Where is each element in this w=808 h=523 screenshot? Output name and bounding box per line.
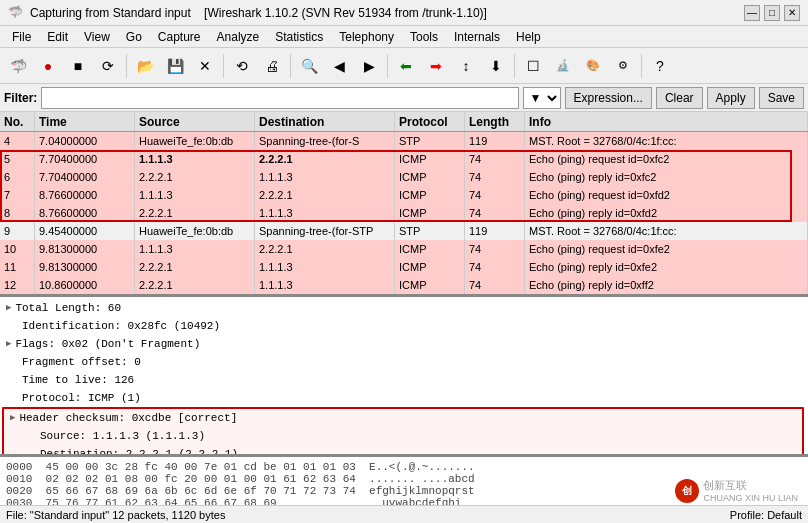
packet-list-header: No. Time Source Destination Protocol Len… bbox=[0, 112, 808, 132]
toolbar-sep2 bbox=[223, 54, 224, 78]
packet-list-body[interactable]: 4 7.04000000 HuaweiTe_fe:0b:db Spanning-… bbox=[0, 132, 808, 294]
window-title: Capturing from Standard input bbox=[30, 6, 191, 20]
detail-text: Identification: 0x28fc (10492) bbox=[22, 318, 220, 334]
watermark-text: 创新互联 CHUANG XIN HU LIAN bbox=[703, 478, 798, 503]
detail-row[interactable]: Time to live: 126 bbox=[0, 371, 808, 389]
toolbar-sep3 bbox=[290, 54, 291, 78]
watermark: 创 创新互联 CHUANG XIN HU LIAN bbox=[675, 478, 798, 503]
toolbar-reload-btn[interactable]: ⟲ bbox=[228, 52, 256, 80]
detail-text: Source: 1.1.1.3 (1.1.1.3) bbox=[40, 428, 205, 444]
detail-row[interactable]: Fragment offset: 0 bbox=[0, 353, 808, 371]
toolbar-color-rules-btn[interactable]: 🎨 bbox=[579, 52, 607, 80]
menu-view[interactable]: View bbox=[76, 26, 118, 47]
toolbar-open-btn[interactable]: 📂 bbox=[131, 52, 159, 80]
filter-dropdown[interactable]: ▼ bbox=[523, 87, 561, 109]
detail-highlight-box: ▶ Header checksum: 0xcdbe [correct] Sour… bbox=[2, 407, 804, 457]
menu-internals[interactable]: Internals bbox=[446, 26, 508, 47]
menu-telephony[interactable]: Telephony bbox=[331, 26, 402, 47]
col-source: Source bbox=[135, 112, 255, 131]
table-row[interactable]: 7 8.76600000 1.1.1.3 2.2.2.1 ICMP 74 Ech… bbox=[0, 186, 808, 204]
menu-capture[interactable]: Capture bbox=[150, 26, 209, 47]
col-time: Time bbox=[35, 112, 135, 131]
detail-text: Protocol: ICMP (1) bbox=[22, 390, 141, 406]
detail-row[interactable]: Destination: 2.2.2.1 (2.2.2.1) bbox=[4, 445, 802, 457]
toolbar-close-btn[interactable]: ✕ bbox=[191, 52, 219, 80]
col-destination: Destination bbox=[255, 112, 395, 131]
menu-help[interactable]: Help bbox=[508, 26, 549, 47]
toolbar-zoom-in-btn[interactable]: ↕ bbox=[452, 52, 480, 80]
toolbar-display-filter-btn[interactable]: 🔬 bbox=[549, 52, 577, 80]
detail-row[interactable]: ▶ Header checksum: 0xcdbe [correct] bbox=[4, 409, 802, 427]
minimize-button[interactable]: — bbox=[744, 5, 760, 21]
menu-statistics[interactable]: Statistics bbox=[267, 26, 331, 47]
menu-edit[interactable]: Edit bbox=[39, 26, 76, 47]
toolbar-sep5 bbox=[514, 54, 515, 78]
packet-detail[interactable]: ▶ Total Length: 60 Identification: 0x28f… bbox=[0, 297, 808, 457]
col-info: Info bbox=[525, 112, 808, 131]
toolbar-record-btn[interactable]: ● bbox=[34, 52, 62, 80]
col-protocol: Protocol bbox=[395, 112, 465, 131]
clear-button[interactable]: Clear bbox=[656, 87, 703, 109]
detail-row[interactable]: ▶ Total Length: 60 bbox=[0, 299, 808, 317]
toolbar-zoom-out-btn[interactable]: ⬇ bbox=[482, 52, 510, 80]
expression-button[interactable]: Expression... bbox=[565, 87, 652, 109]
title-bar: 🦈 Capturing from Standard input [Wiresha… bbox=[0, 0, 808, 26]
filter-bar: Filter: ▼ Expression... Clear Apply Save bbox=[0, 84, 808, 112]
toolbar-prefs-btn[interactable]: ⚙ bbox=[609, 52, 637, 80]
menu-tools[interactable]: Tools bbox=[402, 26, 446, 47]
window-controls: — □ ✕ bbox=[744, 5, 800, 21]
toolbar-save-btn[interactable]: 💾 bbox=[161, 52, 189, 80]
toolbar-color2-btn[interactable]: ➡ bbox=[422, 52, 450, 80]
expand-icon[interactable]: ▶ bbox=[10, 410, 15, 426]
table-row[interactable]: 8 8.76600000 2.2.2.1 1.1.1.3 ICMP 74 Ech… bbox=[0, 204, 808, 222]
detail-row[interactable]: ▶ Flags: 0x02 (Don't Fragment) bbox=[0, 335, 808, 353]
detail-row[interactable]: Source: 1.1.1.3 (1.1.1.3) bbox=[4, 427, 802, 445]
toolbar-sep1 bbox=[126, 54, 127, 78]
toolbar-color1-btn[interactable]: ⬅ bbox=[392, 52, 420, 80]
bytes-text: 0000 45 00 00 3c 28 fc 40 00 7e 01 cd be… bbox=[6, 461, 475, 505]
detail-text: Time to live: 126 bbox=[22, 372, 134, 388]
window-subtitle: [Wireshark 1.10.2 (SVN Rev 51934 from /t… bbox=[204, 6, 487, 20]
filter-label: Filter: bbox=[4, 91, 37, 105]
title-bar-text: Capturing from Standard input [Wireshark… bbox=[30, 6, 744, 20]
packet-list-wrapper: 4 7.04000000 HuaweiTe_fe:0b:db Spanning-… bbox=[0, 132, 808, 294]
detail-row[interactable]: Protocol: ICMP (1) bbox=[0, 389, 808, 407]
save-button[interactable]: Save bbox=[759, 87, 804, 109]
table-row[interactable]: 9 9.45400000 HuaweiTe_fe:0b:db Spanning-… bbox=[0, 222, 808, 240]
maximize-button[interactable]: □ bbox=[764, 5, 780, 21]
detail-row[interactable]: Identification: 0x28fc (10492) bbox=[0, 317, 808, 335]
table-row[interactable]: 12 10.8600000 2.2.2.1 1.1.1.3 ICMP 74 Ec… bbox=[0, 276, 808, 294]
detail-text: Destination: 2.2.2.1 (2.2.2.1) bbox=[40, 446, 238, 457]
toolbar: 🦈 ● ■ ⟳ 📂 💾 ✕ ⟲ 🖨 🔍 ◀ ▶ ⬅ ➡ ↕ ⬇ ☐ 🔬 🎨 ⚙ … bbox=[0, 48, 808, 84]
table-row[interactable]: 6 7.70400000 2.2.2.1 1.1.1.3 ICMP 74 Ech… bbox=[0, 168, 808, 186]
toolbar-next-btn[interactable]: ▶ bbox=[355, 52, 383, 80]
table-row[interactable]: 10 9.81300000 1.1.1.3 2.2.2.1 ICMP 74 Ec… bbox=[0, 240, 808, 258]
expand-icon[interactable]: ▶ bbox=[6, 336, 11, 352]
menu-go[interactable]: Go bbox=[118, 26, 150, 47]
toolbar-shark-btn[interactable]: 🦈 bbox=[4, 52, 32, 80]
col-no: No. bbox=[0, 112, 35, 131]
toolbar-find-btn[interactable]: 🔍 bbox=[295, 52, 323, 80]
apply-button[interactable]: Apply bbox=[707, 87, 755, 109]
toolbar-sep4 bbox=[387, 54, 388, 78]
close-button[interactable]: ✕ bbox=[784, 5, 800, 21]
toolbar-print-btn[interactable]: 🖨 bbox=[258, 52, 286, 80]
table-row[interactable]: 11 9.81300000 2.2.2.1 1.1.1.3 ICMP 74 Ec… bbox=[0, 258, 808, 276]
table-row[interactable]: 4 7.04000000 HuaweiTe_fe:0b:db Spanning-… bbox=[0, 132, 808, 150]
detail-text: Flags: 0x02 (Don't Fragment) bbox=[15, 336, 200, 352]
toolbar-prev-btn[interactable]: ◀ bbox=[325, 52, 353, 80]
expand-icon[interactable]: ▶ bbox=[6, 300, 11, 316]
status-text: File: "Standard input" 12 packets, 1120 … bbox=[6, 509, 225, 521]
toolbar-sep6 bbox=[641, 54, 642, 78]
table-row[interactable]: 5 7.70400000 1.1.1.3 2.2.2.1 ICMP 74 Ech… bbox=[0, 150, 808, 168]
toolbar-help2-btn[interactable]: ? bbox=[646, 52, 674, 80]
menu-file[interactable]: File bbox=[4, 26, 39, 47]
toolbar-restart-btn[interactable]: ⟳ bbox=[94, 52, 122, 80]
toolbar-capture-filter-btn[interactable]: ☐ bbox=[519, 52, 547, 80]
menu-analyze[interactable]: Analyze bbox=[209, 26, 268, 47]
toolbar-stop-btn[interactable]: ■ bbox=[64, 52, 92, 80]
filter-input[interactable] bbox=[41, 87, 518, 109]
col-length: Length bbox=[465, 112, 525, 131]
watermark-icon: 创 bbox=[675, 479, 699, 503]
detail-text: Header checksum: 0xcdbe [correct] bbox=[19, 410, 237, 426]
